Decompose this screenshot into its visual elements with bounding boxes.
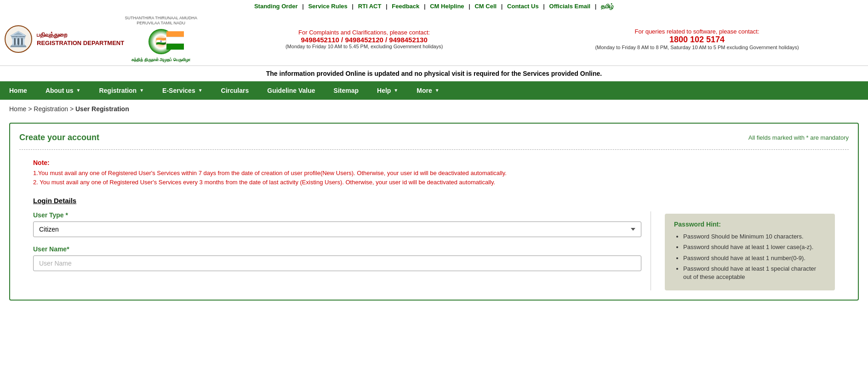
- header-contact-right: For queries related to software, please …: [531, 28, 863, 50]
- nav-feedback[interactable]: Feedback: [392, 3, 419, 10]
- logo-name: பதிவுத்துறை: [37, 31, 124, 39]
- nav-more-label: More: [417, 87, 432, 94]
- hint-item-4: Password should have at least 1 special …: [683, 265, 826, 281]
- username-field: User Name*: [33, 245, 641, 271]
- hint-item-1: Password Should be Minimum 10 characters…: [683, 233, 826, 241]
- emblem-top-text: SUTHANTHIRA THIRUNAAL AMUDHA PERUVILAA T…: [124, 16, 198, 26]
- contact-right-number: 1800 102 5174: [535, 35, 859, 45]
- form-col-right: Password Hint: Password Should be Minimu…: [651, 211, 835, 290]
- info-banner-text: The information provided Online is updat…: [266, 70, 602, 77]
- nav-more-arrow: ▼: [435, 88, 440, 93]
- logo-text-block: பதிவுத்துறை REGISTRATION DEPARTMENT: [37, 31, 124, 47]
- form-col-left: User Type * Citizen Advocate Document Wr…: [33, 211, 651, 290]
- logo-circle: 🏛️: [5, 25, 32, 53]
- azadi-emblem: SUTHANTHIRA THIRUNAAL AMUDHA PERUVILAA T…: [124, 16, 198, 62]
- contact-right-title: For queries related to software, please …: [535, 28, 859, 35]
- nav-about-us[interactable]: About us ▼: [36, 81, 90, 100]
- note-line-2: 2. You must avail any one of Registered …: [33, 178, 835, 187]
- nav-eservices[interactable]: E-Services ▼: [153, 81, 212, 100]
- nav-guideline-value[interactable]: Guideline Value: [258, 81, 324, 100]
- note-section: Note: 1.You must avail any one of Regist…: [33, 159, 835, 188]
- username-input[interactable]: [33, 255, 641, 271]
- note-line-1: 1.You must avail any one of Registered U…: [33, 169, 835, 178]
- main-navigation: Home About us ▼ Registration ▼ E-Service…: [0, 81, 868, 100]
- nav-help[interactable]: Help ▼: [368, 81, 407, 100]
- hint-item-2: Password should have at least 1 lower ca…: [683, 243, 826, 251]
- form-two-col: User Type * Citizen Advocate Document Wr…: [33, 211, 835, 290]
- password-hint-box: Password Hint: Password Should be Minimu…: [665, 214, 835, 290]
- nav-about-us-label: About us: [46, 87, 74, 94]
- user-type-label: User Type *: [33, 211, 641, 219]
- registration-form-card: Create your account All fields marked wi…: [9, 123, 859, 301]
- nav-help-arrow: ▼: [394, 88, 398, 93]
- nav-eservices-label: E-Services: [162, 87, 195, 94]
- nav-cm-cell[interactable]: CM Cell: [474, 3, 497, 10]
- breadcrumb: Home > Registration > User Registration: [0, 100, 868, 118]
- nav-more[interactable]: More ▼: [407, 81, 448, 100]
- user-type-select[interactable]: Citizen Advocate Document Writer Bank/Fi…: [33, 221, 641, 237]
- contact-left-numbers: 9498452110 / 9498452120 / 9498452130: [202, 36, 526, 44]
- contact-left-title: For Complaints and Clarifications, pleas…: [202, 29, 526, 36]
- nav-registration[interactable]: Registration ▼: [90, 81, 153, 100]
- header-divider: [19, 149, 849, 150]
- main-content: Create your account All fields marked wi…: [0, 118, 868, 310]
- nav-rti-act[interactable]: RTI ACT: [358, 3, 382, 10]
- nav-circulars-label: Circulars: [221, 87, 249, 94]
- nav-contact-us[interactable]: Contact Us: [507, 3, 539, 10]
- nav-eservices-arrow: ▼: [198, 88, 203, 93]
- nav-about-us-arrow: ▼: [76, 88, 81, 93]
- breadcrumb-home[interactable]: Home: [9, 105, 26, 113]
- nav-sitemap-label: Sitemap: [334, 87, 359, 94]
- nav-help-label: Help: [377, 87, 391, 94]
- user-type-field: User Type * Citizen Advocate Document Wr…: [33, 211, 641, 237]
- nav-sitemap[interactable]: Sitemap: [325, 81, 368, 100]
- nav-officials-email[interactable]: Officials Email: [549, 3, 591, 10]
- mandatory-note: All fields marked with * are mandatory: [748, 134, 849, 141]
- hint-list: Password Should be Minimum 10 characters…: [674, 233, 826, 281]
- nav-guideline-value-label: Guideline Value: [267, 87, 315, 94]
- breadcrumb-current: User Registration: [75, 105, 129, 113]
- nav-cm-helpline[interactable]: CM Helpline: [430, 3, 464, 10]
- login-section-title: Login Details: [33, 197, 835, 204]
- nav-tamil[interactable]: தமிழ்: [601, 3, 614, 10]
- azadi-badge: 🇮🇳: [138, 27, 184, 57]
- nav-home[interactable]: Home: [0, 81, 36, 100]
- flag-strip: [166, 31, 184, 50]
- form-title: Create your account: [19, 133, 99, 142]
- username-label: User Name*: [33, 245, 641, 253]
- breadcrumb-registration[interactable]: Registration: [34, 105, 68, 113]
- form-card-header: Create your account All fields marked wi…: [19, 133, 849, 142]
- nav-circulars[interactable]: Circulars: [212, 81, 258, 100]
- header-contact-left: For Complaints and Clarifications, pleas…: [198, 29, 531, 49]
- contact-right-time: (Monday to Friday 8 AM to 8 PM, Saturday…: [535, 45, 859, 50]
- nav-service-rules[interactable]: Service Rules: [308, 3, 347, 10]
- top-utility-bar: Standing Order | Service Rules | RTI ACT…: [0, 0, 868, 13]
- contact-left-time: (Monday to Friday 10 AM to 5.45 PM, excl…: [202, 44, 526, 49]
- hint-title: Password Hint:: [674, 221, 826, 228]
- site-header: 🏛️ பதிவுத்துறை REGISTRATION DEPARTMENT S…: [0, 13, 868, 66]
- nav-registration-arrow: ▼: [139, 88, 144, 93]
- hint-item-3: Password should have at least 1 number(0…: [683, 254, 826, 262]
- nav-registration-label: Registration: [99, 87, 137, 94]
- nav-home-label: Home: [9, 87, 27, 94]
- site-logo: 🏛️ பதிவுத்துறை REGISTRATION DEPARTMENT: [5, 25, 124, 53]
- logo-dept: REGISTRATION DEPARTMENT: [37, 39, 124, 47]
- nav-standing-order[interactable]: Standing Order: [254, 3, 298, 10]
- emblem-bottom-text: கந்தித் திருநாள் அமுதப் பெருவிழா: [124, 57, 198, 62]
- note-title: Note:: [33, 159, 835, 166]
- info-banner: The information provided Online is updat…: [0, 66, 868, 81]
